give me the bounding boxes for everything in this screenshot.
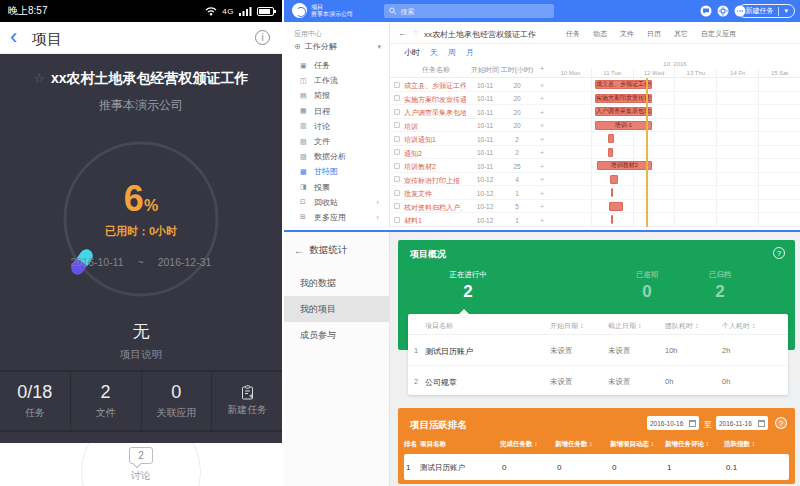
search-input[interactable]: [400, 8, 549, 15]
add-subtask-icon[interactable]: +: [534, 216, 550, 225]
timescale-option[interactable]: 小时: [404, 47, 420, 58]
star-icon[interactable]: ☆: [33, 71, 45, 86]
sidebar-item[interactable]: ▤ 简报: [284, 88, 389, 103]
project-table-header-cell[interactable]: 团队耗时 ↕: [665, 321, 698, 331]
gantt-bar[interactable]: [608, 134, 614, 143]
add-subtask-icon[interactable]: +: [534, 108, 550, 117]
sidebar-item[interactable]: ▨ 数据分析: [284, 149, 389, 164]
project-name[interactable]: 公司规章: [425, 377, 457, 388]
project-table-header-cell[interactable]: 截止日期 ↕: [608, 321, 641, 331]
stats-sidebar-item[interactable]: 我的项目: [284, 296, 389, 322]
task-checkbox[interactable]: [394, 203, 400, 209]
add-subtask-icon[interactable]: +: [534, 94, 550, 103]
gantt-bar[interactable]: 培训-1: [595, 121, 652, 130]
task-name-link[interactable]: 成立县、乡颁证工作组: [404, 81, 466, 91]
gantt-bar[interactable]: 入户调查采集承包地块: [595, 107, 652, 116]
overview-stat[interactable]: 已归档 2: [670, 270, 770, 302]
add-subtask-icon[interactable]: +: [534, 189, 550, 198]
info-icon[interactable]: i: [255, 30, 270, 45]
gantt-bar[interactable]: 培训教材2: [597, 161, 652, 170]
caret-down-icon[interactable]: ▾: [784, 7, 788, 15]
gear-icon[interactable]: [717, 5, 729, 17]
table-row[interactable]: 1 测试日历账户 未设置 未设置 10h 2h: [408, 335, 788, 365]
ranking-row[interactable]: 1 测试日历账户 0 0 0 1 0.1: [404, 454, 789, 480]
star-icon[interactable]: ☆: [412, 28, 419, 37]
sidebar-item[interactable]: ◫ 工作流: [284, 73, 389, 88]
sidebar-item[interactable]: ▧ 文件: [284, 134, 389, 149]
task-name-link[interactable]: 批复文件: [404, 189, 466, 199]
global-search-box[interactable]: [384, 4, 554, 18]
task-checkbox[interactable]: [394, 149, 400, 155]
gantt-bar[interactable]: 实施方案印发宣传通知: [595, 94, 652, 103]
task-name-link[interactable]: 材料1: [404, 216, 466, 226]
project-tab[interactable]: 动态: [593, 29, 607, 39]
quick-stat-cell[interactable]: 0 关联应用: [141, 372, 212, 430]
add-subtask-icon[interactable]: +: [534, 121, 550, 130]
date-to-picker[interactable]: 2016-11-16: [716, 416, 768, 430]
stats-sidebar-item[interactable]: 成员参与: [284, 322, 389, 348]
timescale-option[interactable]: 月: [466, 47, 474, 58]
back-arrow-icon[interactable]: ←: [398, 28, 407, 38]
ranking-header-cell[interactable]: 完成任务数 ↕: [500, 440, 538, 449]
task-checkbox[interactable]: [394, 176, 400, 182]
project-tab[interactable]: 任务: [566, 29, 580, 39]
ranking-header-cell[interactable]: 活跃指数 ↕: [724, 440, 755, 449]
date-from-picker[interactable]: 2016-10-16: [647, 416, 699, 430]
discussion-badge[interactable]: 2: [129, 447, 153, 464]
help-icon[interactable]: ?: [775, 417, 787, 429]
ranking-header-cell[interactable]: 项目名称: [420, 440, 446, 449]
add-subtask-icon[interactable]: +: [534, 148, 550, 157]
back-arrow-icon[interactable]: ←: [294, 245, 304, 256]
quick-stat-cell[interactable]: 0/18 任务: [0, 372, 70, 430]
task-checkbox[interactable]: [394, 82, 400, 88]
sidebar-item[interactable]: ◨ 投票: [284, 180, 389, 195]
task-name-link[interactable]: 实施方案印发宣传通知: [404, 95, 466, 105]
ranking-header-cell[interactable]: 新增项目动态 ↕: [610, 440, 654, 449]
back-chevron-icon[interactable]: ‹: [10, 22, 17, 52]
sidebar-item[interactable]: ⊞ 更多应用 ›: [284, 210, 389, 225]
task-checkbox[interactable]: [394, 217, 400, 223]
sidebar-item[interactable]: ▩ 甘特图: [284, 164, 389, 179]
table-row[interactable]: 2 公司规章 未设置 未设置 0h 0h: [408, 365, 788, 395]
project-name[interactable]: 测试日历账户: [420, 463, 465, 473]
sidebar-group-work-breakdown[interactable]: ⊕ 工作分解 ▾: [294, 41, 381, 52]
ranking-header-cell[interactable]: 排名: [404, 440, 417, 449]
add-subtask-icon[interactable]: +: [534, 162, 550, 171]
gantt-bar[interactable]: [608, 148, 613, 157]
add-subtask-icon[interactable]: +: [534, 202, 550, 211]
sidebar-item[interactable]: ▥ 讨论: [284, 119, 389, 134]
task-checkbox[interactable]: [394, 109, 400, 115]
task-checkbox[interactable]: [394, 95, 400, 101]
task-checkbox[interactable]: [394, 122, 400, 128]
task-name-link[interactable]: 入户调查采集承包地块信: [404, 108, 466, 118]
gantt-bar[interactable]: [611, 188, 613, 197]
add-subtask-icon[interactable]: +: [534, 175, 550, 184]
project-name[interactable]: 测试日历账户: [425, 346, 473, 357]
add-subtask-icon[interactable]: +: [534, 81, 550, 90]
task-name-link[interactable]: 核对资料归档入户、组: [404, 203, 466, 213]
gantt-bar[interactable]: [610, 175, 618, 184]
task-checkbox[interactable]: [394, 136, 400, 142]
ranking-header-cell[interactable]: 新增任务评论 ↕: [665, 440, 709, 449]
task-name-link[interactable]: 培训教材2: [404, 162, 466, 172]
project-tab[interactable]: 文件: [620, 29, 634, 39]
project-tab[interactable]: 日历: [647, 29, 661, 39]
task-name-link[interactable]: 宣传标语打印上报: [404, 176, 466, 186]
task-checkbox[interactable]: [394, 163, 400, 169]
task-name-link[interactable]: 培训: [404, 122, 466, 132]
timescale-option[interactable]: 周: [448, 47, 456, 58]
quick-stat-cell[interactable]: 2 文件: [70, 372, 141, 430]
sidebar-item[interactable]: ⊡ 回收站 ›: [284, 195, 389, 210]
app-logo-icon[interactable]: [292, 3, 307, 18]
project-tab[interactable]: 其它: [674, 29, 688, 39]
task-name-link[interactable]: 培训通知1: [404, 135, 466, 145]
quick-stat-cell[interactable]: 新建任务: [211, 372, 282, 430]
timescale-option[interactable]: 天: [430, 47, 438, 58]
new-task-button[interactable]: 新建任务 ▾: [738, 4, 795, 18]
project-tab[interactable]: 自定义应用: [701, 29, 736, 39]
gantt-bar[interactable]: [609, 202, 623, 211]
chat-icon[interactable]: [700, 5, 712, 17]
task-name-link[interactable]: 通知2: [404, 149, 466, 159]
sidebar-item[interactable]: ▣ 任务: [284, 58, 389, 73]
project-table-header-cell[interactable]: 项目名称: [425, 321, 453, 331]
